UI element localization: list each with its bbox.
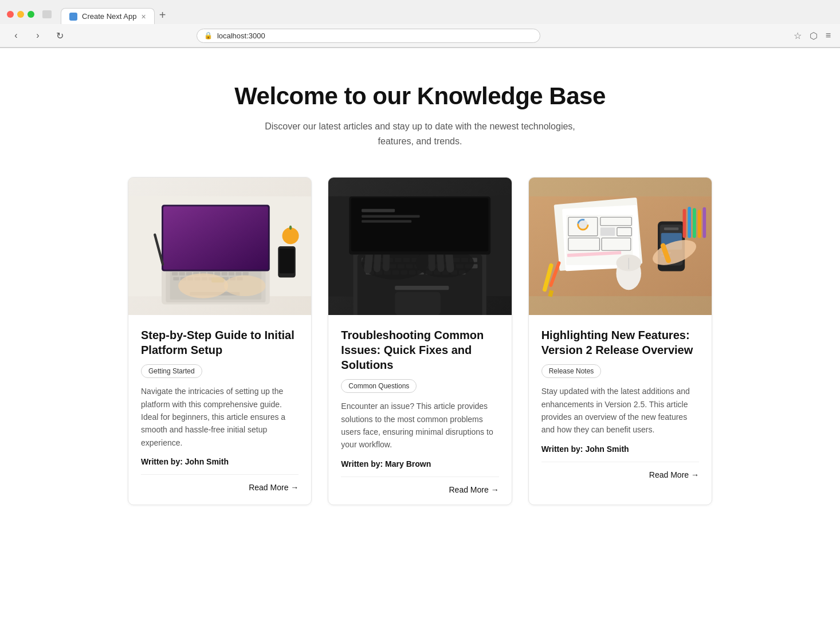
browser-tab[interactable]: Create Next App × — [61, 8, 155, 24]
svg-rect-121 — [682, 209, 686, 238]
read-more-button-1[interactable]: Read More → — [141, 483, 299, 492]
card-divider-3 — [541, 462, 699, 462]
card-title-2: Troubleshooting Common Issues: Quick Fix… — [341, 328, 498, 372]
cards-grid: Step-by-Step Guide to Initial Platform S… — [128, 177, 712, 505]
card-description-1: Navigate the intricacies of setting up t… — [141, 385, 299, 449]
svg-rect-4 — [172, 272, 178, 275]
card-tag-2[interactable]: Common Questions — [341, 379, 417, 393]
page-content: Welcome to our Knowledge Base Discover o… — [105, 48, 735, 551]
lock-icon: 🔒 — [204, 32, 213, 40]
browser-dots — [7, 11, 34, 18]
svg-rect-125 — [702, 207, 706, 238]
svg-rect-80 — [395, 292, 441, 315]
svg-rect-93 — [362, 220, 411, 222]
svg-rect-91 — [362, 209, 395, 212]
svg-rect-27 — [163, 207, 268, 270]
browser-titlebar: Create Next App × + — [0, 0, 840, 24]
card-body-3: Highlighting New Features: Version 2 Rel… — [529, 315, 712, 490]
tab-bar: Create Next App × + — [56, 7, 175, 24]
svg-rect-122 — [688, 207, 691, 238]
card-description-2: Encounter an issue? This article provide… — [341, 400, 498, 451]
browser-toolbar: ‹ › ↻ 🔒 localhost:3000 ☆ ⬡ ≡ — [0, 24, 840, 48]
card-tag-1[interactable]: Getting Started — [141, 364, 202, 378]
card-author-1: Written by: John Smith — [141, 457, 299, 466]
article-card-1: Step-by-Step Guide to Initial Platform S… — [128, 177, 312, 505]
svg-rect-124 — [697, 210, 701, 238]
back-button[interactable]: ‹ — [8, 27, 24, 44]
svg-rect-101 — [600, 228, 614, 237]
bookmark-icon[interactable]: ☆ — [792, 29, 803, 42]
hero-title: Welcome to our Knowledge Base — [128, 82, 712, 110]
minimize-dot[interactable] — [17, 11, 24, 18]
address-bar[interactable]: 🔒 localhost:3000 — [197, 29, 540, 43]
hero-subtitle: Discover our latest articles and stay up… — [248, 119, 592, 148]
card-body-1: Step-by-Step Guide to Initial Platform S… — [128, 315, 311, 502]
svg-point-34 — [178, 273, 228, 298]
browser-chrome: Create Next App × + ‹ › ↻ 🔒 localhost:30… — [0, 0, 840, 48]
svg-rect-13 — [235, 272, 241, 275]
extensions-icon[interactable]: ⬡ — [808, 29, 819, 42]
card-divider-2 — [341, 477, 498, 477]
card-tag-3[interactable]: Release Notes — [541, 364, 602, 378]
card-divider-1 — [141, 474, 299, 475]
close-dot[interactable] — [7, 11, 14, 18]
toolbar-actions: ☆ ⬡ ≡ — [792, 29, 832, 42]
card-title-3: Highlighting New Features: Version 2 Rel… — [541, 328, 699, 357]
article-card-2: Troubleshooting Common Issues: Quick Fix… — [328, 177, 512, 505]
card-description-3: Stay updated with the latest additions a… — [541, 385, 699, 436]
read-more-button-2[interactable]: Read More → — [341, 485, 498, 494]
svg-rect-123 — [693, 208, 696, 238]
tab-title: Create Next App — [82, 12, 136, 21]
card-title-1: Step-by-Step Guide to Initial Platform S… — [141, 328, 299, 357]
card-image-2 — [328, 178, 511, 315]
svg-point-31 — [289, 226, 292, 230]
card-author-2: Written by: Mary Brown — [341, 459, 498, 469]
forward-button[interactable]: › — [30, 27, 46, 44]
svg-rect-29 — [279, 249, 294, 274]
article-card-3: Highlighting New Features: Version 2 Rel… — [528, 177, 712, 505]
card-body-2: Troubleshooting Common Issues: Quick Fix… — [328, 315, 511, 505]
url-text: localhost:3000 — [217, 32, 265, 40]
tab-favicon — [69, 13, 77, 21]
window-controls — [42, 10, 52, 18]
card-author-3: Written by: John Smith — [541, 444, 699, 454]
svg-point-30 — [282, 228, 299, 245]
tab-close-button[interactable]: × — [141, 13, 146, 21]
menu-icon[interactable]: ≡ — [825, 29, 832, 42]
svg-rect-110 — [664, 228, 678, 230]
window-btn[interactable] — [42, 10, 52, 18]
card-image-3 — [529, 178, 712, 315]
card-image-1 — [128, 178, 311, 315]
svg-rect-92 — [362, 215, 420, 218]
svg-rect-15 — [173, 277, 179, 281]
read-more-button-3[interactable]: Read More → — [541, 470, 699, 479]
svg-rect-14 — [243, 272, 249, 275]
hero-section: Welcome to our Knowledge Base Discover o… — [128, 82, 712, 148]
svg-rect-90 — [351, 198, 488, 251]
new-tab-button[interactable]: + — [155, 7, 171, 23]
maximize-dot[interactable] — [28, 11, 34, 18]
refresh-button[interactable]: ↻ — [52, 27, 68, 44]
svg-rect-11 — [222, 272, 227, 275]
svg-point-35 — [224, 275, 266, 296]
svg-rect-12 — [229, 272, 234, 275]
svg-rect-5 — [179, 272, 185, 275]
svg-rect-79 — [395, 286, 449, 290]
